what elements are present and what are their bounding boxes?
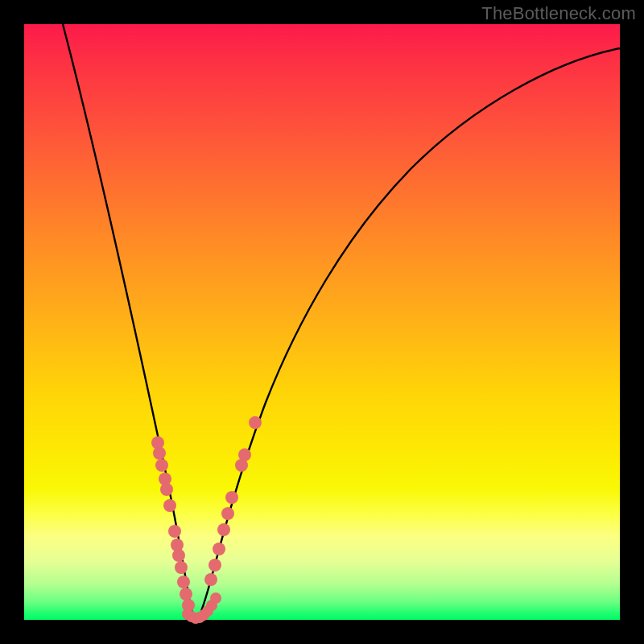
data-marker bbox=[213, 543, 225, 555]
data-marker bbox=[204, 573, 217, 586]
chart-svg bbox=[24, 24, 620, 620]
data-marker bbox=[175, 561, 188, 574]
data-marker bbox=[210, 592, 221, 604]
data-marker bbox=[208, 559, 221, 572]
data-marker bbox=[163, 499, 176, 512]
data-marker bbox=[172, 549, 185, 562]
bottleneck-curve bbox=[63, 24, 620, 620]
data-marker bbox=[225, 491, 238, 504]
data-marker bbox=[160, 483, 173, 496]
data-marker bbox=[221, 507, 234, 520]
data-marker bbox=[180, 588, 192, 601]
data-marker bbox=[155, 459, 168, 472]
data-marker bbox=[238, 448, 251, 461]
watermark-text: TheBottleneck.com bbox=[481, 3, 636, 24]
data-marker bbox=[177, 576, 190, 588]
data-marker bbox=[153, 447, 166, 460]
data-marker bbox=[168, 525, 181, 538]
chart-frame: TheBottleneck.com bbox=[0, 0, 644, 644]
data-marker bbox=[217, 523, 230, 536]
plot-area bbox=[24, 24, 620, 620]
data-marker bbox=[249, 416, 262, 429]
